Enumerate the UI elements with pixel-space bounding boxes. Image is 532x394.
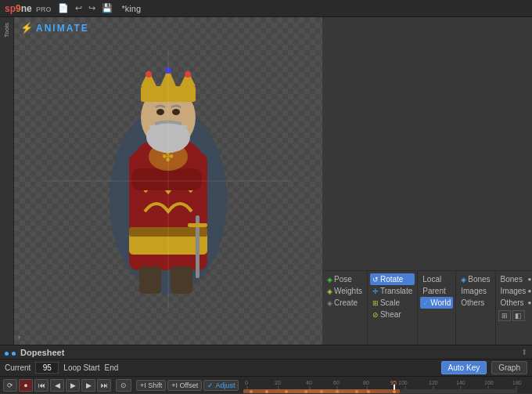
loop-icon[interactable]: ⊙: [116, 379, 131, 392]
loop-start-label: Loop Start: [63, 363, 99, 372]
right-panel: ◈ Pose ◈ Weights ◈ Create ↺: [322, 17, 532, 345]
svg-rect-10: [139, 266, 161, 294]
svg-point-15: [156, 109, 164, 115]
ruler-svg: 0 20 40 60 80 95 100 120 140: [243, 377, 529, 393]
timeline-ruler[interactable]: 0 20 40 60 80 95 100 120 140: [243, 377, 529, 393]
save-icon[interactable]: 💾: [102, 3, 113, 13]
svg-text:140: 140: [456, 380, 466, 385]
shear-icon: ⊘: [372, 311, 379, 319]
svg-point-23: [185, 71, 191, 78]
compensate-col: ◈ Bones Images Others: [456, 271, 495, 345]
current-label: Current: [5, 363, 31, 372]
create-icon: ◈: [327, 299, 332, 307]
svg-point-22: [165, 67, 171, 74]
king-svg: ✤: [86, 59, 250, 302]
weights-icon: ◈: [327, 287, 332, 295]
compensate-bones-btn[interactable]: ◈ Bones: [458, 273, 492, 285]
compensate-images-btn[interactable]: Images: [458, 285, 492, 297]
weights-btn[interactable]: ◈ Weights: [325, 285, 365, 297]
graph-btn[interactable]: Graph: [491, 361, 527, 374]
offset-btn[interactable]: +I Offset: [167, 380, 202, 391]
dopesheet-bar: Dopesheet ⬆: [0, 345, 532, 360]
logo: sp9ne PRO: [5, 3, 52, 14]
translate-btn[interactable]: ✛ Translate: [370, 285, 415, 297]
svg-point-52: [285, 390, 288, 393]
play-btn[interactable]: ▶: [66, 379, 80, 392]
animate-label: ⚡ ANIMATE: [20, 22, 89, 34]
svg-rect-49: [400, 389, 517, 393]
end-label: End: [105, 363, 119, 372]
dopesheet-dots: [5, 348, 16, 357]
shear-btn[interactable]: ⊘ Shear: [370, 309, 415, 320]
parent-btn[interactable]: Parent: [420, 285, 453, 297]
options-others[interactable]: Others ● ● ●: [498, 297, 532, 309]
auto-key-btn[interactable]: Auto Key: [441, 361, 487, 374]
svg-point-55: [336, 390, 339, 393]
step-start-btn[interactable]: ⏮: [34, 379, 49, 392]
pose-icon: ◈: [327, 276, 332, 284]
next-frame-btn[interactable]: ▶: [81, 379, 95, 392]
extra-icons: ⊞ ◧: [498, 310, 532, 321]
viewport[interactable]: ⚡ ANIMATE: [14, 17, 322, 345]
rotate-btn[interactable]: ↺ Rotate: [370, 273, 415, 285]
create-btn[interactable]: ◈ Create: [325, 297, 365, 309]
svg-text:180: 180: [512, 380, 522, 385]
current-value[interactable]: 95: [35, 362, 59, 374]
svg-point-58: [393, 390, 396, 393]
loop-btn[interactable]: ⟳: [3, 379, 17, 392]
extra-icon-2[interactable]: ◧: [512, 310, 525, 321]
playback-row: ⟳ ● ⏮ ◀ ▶ ▶ ⏭ ⊙ +I Shift +I Offset ✓ Adj…: [0, 377, 532, 394]
rotate-icon: ↺: [372, 276, 379, 284]
local-btn[interactable]: Local: [420, 273, 453, 285]
svg-rect-11: [171, 266, 192, 294]
prev-frame-btn[interactable]: ◀: [50, 379, 64, 392]
options-bones[interactable]: Bones ● ● ●: [498, 273, 532, 285]
svg-point-56: [355, 390, 358, 393]
svg-text:95: 95: [390, 380, 397, 385]
world-btn[interactable]: ✓ World: [420, 297, 453, 309]
svg-rect-17: [141, 86, 196, 102]
options-images[interactable]: Images ● ● ●: [498, 285, 532, 297]
record-btn[interactable]: ●: [19, 379, 33, 392]
redo-icon[interactable]: ↪: [88, 3, 95, 13]
svg-point-50: [250, 390, 253, 393]
left-sidebar: Tools: [0, 17, 14, 345]
transform-col: ↺ Rotate ✛ Translate ⊞ Scale ⊘ Shear: [368, 271, 418, 345]
top-bar: sp9ne PRO 📄 ↩ ↪ 💾 *king: [0, 0, 532, 17]
bones-dots: ● ● ●: [527, 276, 532, 283]
dopesheet-label: Dopesheet: [20, 348, 64, 357]
others-dots: ● ● ●: [527, 299, 532, 306]
svg-text:120: 120: [429, 380, 438, 385]
undo-icon[interactable]: ↩: [75, 3, 82, 13]
compensate-bones-icon: ◈: [461, 276, 466, 284]
translate-icon: ✛: [372, 287, 379, 295]
filename: *king: [122, 4, 141, 13]
extra-icon-1[interactable]: ⊞: [498, 310, 511, 321]
adjust-btn[interactable]: ✓ Adjust: [203, 380, 239, 391]
svg-text:0: 0: [245, 380, 248, 385]
svg-point-16: [172, 109, 180, 115]
svg-point-57: [367, 390, 370, 393]
svg-rect-4: [131, 168, 202, 190]
svg-text:100: 100: [398, 380, 408, 385]
shift-btn[interactable]: +I Shift: [136, 380, 166, 391]
pose-btn[interactable]: ◈ Pose: [325, 273, 365, 285]
svg-text:20: 20: [275, 380, 281, 385]
images-dots: ● ● ●: [527, 287, 532, 295]
options-col: Bones ● ● ● Images ● ● ● Others ● ● ● ⊞: [496, 271, 532, 345]
svg-text:40: 40: [306, 380, 312, 385]
tools-tab[interactable]: Tools: [2, 20, 12, 40]
scale-btn[interactable]: ⊞ Scale: [370, 297, 415, 309]
svg-point-53: [304, 390, 307, 393]
axis-col: Local Parent ✓ World: [418, 271, 456, 345]
compensate-others-btn[interactable]: Others: [458, 297, 492, 309]
file-icon[interactable]: 📄: [58, 3, 69, 13]
step-end-btn[interactable]: ⏭: [97, 379, 111, 392]
bottom-left-indicator: +: [17, 334, 21, 342]
dopesheet-resize-icon[interactable]: ⬆: [521, 348, 527, 356]
svg-point-51: [265, 390, 268, 393]
svg-text:60: 60: [333, 380, 340, 385]
svg-rect-9: [188, 223, 207, 227]
king-character: ✤: [86, 59, 250, 303]
tool-panel-area: ◈ Pose ◈ Weights ◈ Create ↺: [322, 270, 532, 345]
